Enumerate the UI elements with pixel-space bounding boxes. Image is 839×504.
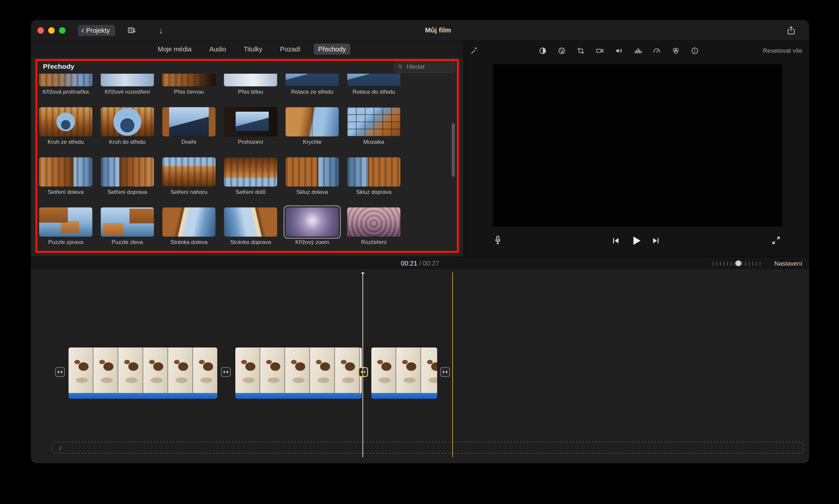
transition-item[interactable]: Křížové rozostření (101, 74, 154, 93)
media-browser-icon[interactable] (127, 25, 137, 35)
transition-thumbnail[interactable] (39, 207, 92, 237)
transition-thumbnail[interactable] (162, 107, 216, 137)
projects-back-button[interactable]: ‹ Projekty (78, 25, 115, 36)
transition-item[interactable]: Rotace ze středu (285, 74, 339, 93)
tab-moje-media[interactable]: Moje média (153, 43, 196, 55)
fullscreen-icon[interactable] (771, 235, 781, 246)
video-preview (493, 64, 783, 227)
tab-pozadi[interactable]: Pozadí (276, 43, 305, 55)
transition-label: Přes černou (162, 89, 216, 95)
transition-thumbnail[interactable] (347, 74, 401, 87)
background-music-well[interactable]: ♪ (52, 442, 804, 454)
transition-thumbnail[interactable] (162, 207, 216, 237)
transition-thumbnail[interactable] (39, 107, 92, 137)
transition-thumbnail[interactable] (224, 157, 277, 187)
clip-frame (335, 347, 360, 393)
transition-thumbnail[interactable] (347, 157, 401, 187)
timeline-clip[interactable] (371, 347, 437, 399)
transition-item[interactable]: Skluz doprava (347, 157, 401, 193)
timeline[interactable]: ♪ (31, 270, 809, 463)
transition-item[interactable]: Setření doleva (39, 157, 92, 193)
transition-item[interactable]: Krychle (285, 107, 339, 143)
share-icon[interactable] (786, 25, 797, 36)
transition-item[interactable]: Prohození (224, 107, 277, 143)
transition-item[interactable]: Setření doprava (101, 157, 154, 193)
scrollbar-thumb[interactable] (452, 123, 455, 177)
transition-thumbnail[interactable] (101, 74, 154, 87)
timeline-transition-marker[interactable] (55, 367, 65, 377)
transition-item[interactable]: Setření dolů (224, 157, 277, 193)
transition-thumbnail[interactable] (224, 107, 277, 137)
adjust-toolbar (538, 46, 700, 56)
transition-thumbnail[interactable] (285, 157, 339, 187)
import-icon[interactable]: ↓ (156, 25, 166, 35)
timeline-clip[interactable] (69, 347, 217, 399)
transition-thumbnail[interactable] (39, 157, 92, 187)
reset-all-button[interactable]: Resetovat vše (763, 47, 802, 54)
transition-item[interactable]: Rozčeření (347, 207, 401, 243)
transition-item[interactable]: Stránka doprava (224, 207, 277, 243)
transition-thumbnail[interactable] (101, 207, 154, 237)
timeline-settings-button[interactable]: Nastavení (774, 260, 802, 267)
close-button[interactable] (37, 27, 44, 34)
transition-item[interactable]: Mozaika (347, 107, 401, 143)
speed-icon[interactable] (652, 46, 662, 56)
tab-titulky[interactable]: Titulky (239, 43, 267, 55)
transition-item[interactable]: Křížový zoom (285, 207, 339, 243)
transition-thumbnail[interactable] (39, 74, 92, 87)
transition-thumbnail[interactable] (101, 157, 154, 187)
volume-icon[interactable] (614, 46, 624, 56)
transition-item[interactable]: Kruh do středu (101, 107, 154, 143)
transition-thumbnail[interactable] (347, 207, 401, 237)
crop-icon[interactable] (576, 46, 585, 56)
timeline-transition-marker[interactable] (358, 367, 368, 377)
transition-item[interactable]: Křížová prolínačka (39, 74, 92, 93)
transition-thumbnail[interactable] (347, 107, 401, 137)
skip-back-button[interactable] (611, 236, 621, 246)
transition-thumbnail[interactable] (224, 207, 277, 237)
transition-thumbnail[interactable] (285, 74, 339, 87)
transition-label: Puzzle zprava (39, 239, 92, 246)
zoom-button[interactable] (59, 27, 66, 34)
transition-item[interactable]: Dveře (162, 107, 216, 143)
color-correction-icon[interactable] (557, 46, 567, 56)
timeline-transition-marker[interactable] (440, 367, 450, 377)
clip-frame (168, 347, 193, 393)
play-button[interactable] (630, 234, 643, 247)
transition-item[interactable]: Puzzle zprava (39, 207, 92, 243)
transition-thumbnail[interactable] (162, 74, 216, 87)
effects-filters-icon[interactable] (671, 46, 681, 56)
transition-item[interactable]: Puzzle zleva (101, 207, 154, 243)
search-field[interactable] (394, 61, 455, 73)
color-balance-icon[interactable] (538, 46, 548, 56)
transition-thumbnail[interactable] (285, 207, 339, 237)
noise-reduction-bars-icon[interactable] (633, 46, 643, 56)
search-input[interactable] (406, 63, 452, 71)
stabilization-camera-icon[interactable] (595, 46, 605, 56)
transition-item[interactable]: Setření nahoru (162, 157, 216, 193)
transition-item[interactable]: Kruh ze středu (39, 107, 92, 143)
transition-item[interactable]: Skluz doleva (285, 157, 339, 193)
playhead[interactable] (363, 272, 363, 457)
tab-audio[interactable]: Audio (205, 43, 230, 55)
transition-thumbnail[interactable] (285, 107, 339, 137)
zoom-slider-knob[interactable] (735, 260, 741, 266)
transition-item[interactable]: Rotace do středu (347, 74, 401, 93)
transition-thumbnail[interactable] (224, 74, 277, 87)
info-icon[interactable] (690, 46, 700, 56)
minimize-button[interactable] (48, 27, 55, 34)
music-note-icon: ♪ (58, 444, 62, 452)
transition-thumbnail[interactable] (101, 107, 154, 137)
voiceover-mic-icon[interactable] (493, 235, 503, 245)
transition-item[interactable]: Přes bílou (224, 74, 277, 93)
clip-filmstrip (69, 347, 217, 393)
timeline-zoom-slider[interactable] (713, 262, 762, 266)
timeline-clip[interactable] (235, 347, 362, 399)
transition-item[interactable]: Stránka doleva (162, 207, 216, 243)
transition-thumbnail[interactable] (162, 157, 216, 187)
tab-prechody[interactable]: Přechody (314, 43, 351, 55)
transition-item[interactable]: Přes černou (162, 74, 216, 93)
enhance-magic-wand-icon[interactable] (469, 46, 479, 56)
timeline-transition-marker[interactable] (221, 367, 231, 377)
skip-forward-button[interactable] (651, 236, 661, 246)
